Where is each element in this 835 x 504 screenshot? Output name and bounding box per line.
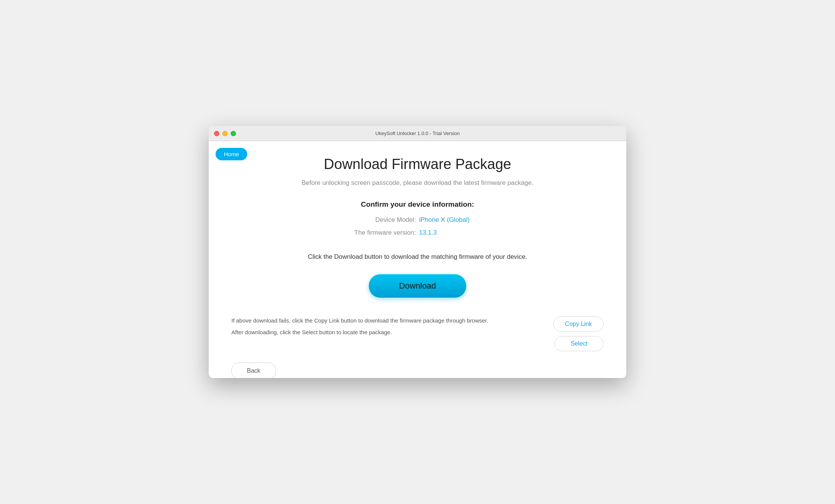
back-button[interactable]: Back — [231, 363, 276, 378]
device-model-row: Device Model: iPhone X (Global) — [340, 216, 495, 224]
content-area: Home Download Firmware Package Before un… — [209, 141, 626, 378]
traffic-lights — [214, 131, 236, 136]
close-button[interactable] — [214, 131, 219, 136]
firmware-version-row: The firmware version: 13.1.3 — [340, 229, 495, 237]
firmware-version-value: 13.1.3 — [419, 229, 495, 237]
bottom-section: If above download fails, click the Copy … — [209, 317, 626, 363]
instruction-text: Click the Download button to download th… — [308, 253, 527, 261]
select-button[interactable]: Select — [555, 336, 604, 351]
subtitle-text: Before unlocking screen passcode, please… — [302, 179, 533, 187]
bottom-buttons: Copy Link Select — [553, 317, 604, 351]
bottom-line1: If above download fails, click the Copy … — [231, 317, 553, 325]
minimize-button[interactable] — [222, 131, 228, 136]
title-bar: UkeySoft Unlocker 1.0.0 - Trial Version — [209, 126, 626, 141]
copy-link-button[interactable]: Copy Link — [553, 317, 604, 332]
app-window: UkeySoft Unlocker 1.0.0 - Trial Version … — [209, 126, 626, 378]
firmware-version-label: The firmware version: — [340, 229, 416, 237]
download-button[interactable]: Download — [369, 274, 466, 298]
main-content: Download Firmware Package Before unlocki… — [209, 141, 626, 317]
bottom-text: If above download fails, click the Copy … — [231, 317, 553, 340]
home-button[interactable]: Home — [216, 148, 247, 160]
bottom-line2: After downloading, click the Select butt… — [231, 328, 553, 337]
device-model-label: Device Model: — [340, 216, 416, 224]
window-title: UkeySoft Unlocker 1.0.0 - Trial Version — [375, 131, 459, 136]
device-info-title: Confirm your device information: — [340, 200, 495, 209]
back-section: Back — [209, 363, 626, 378]
device-info-section: Confirm your device information: Device … — [340, 200, 495, 242]
maximize-button[interactable] — [231, 131, 236, 136]
device-model-value: iPhone X (Global) — [419, 216, 495, 224]
page-title: Download Firmware Package — [324, 156, 511, 172]
